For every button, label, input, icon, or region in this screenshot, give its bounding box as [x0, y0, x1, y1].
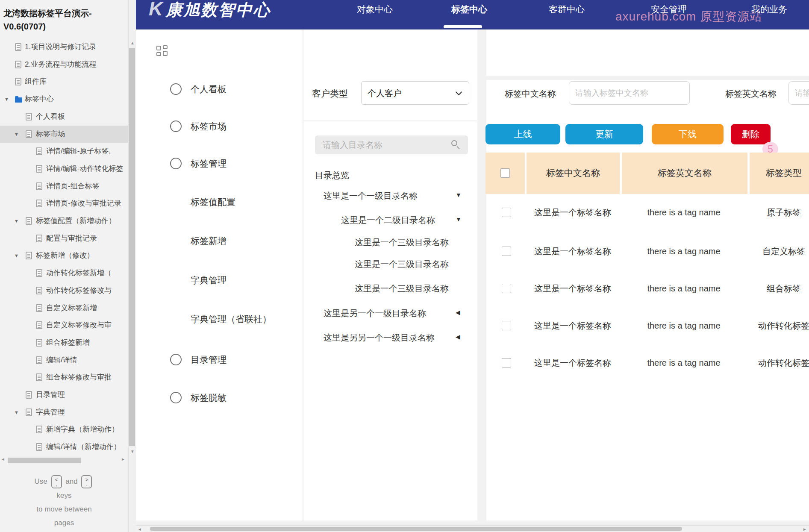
sitemap-item[interactable]: 详情/编辑-原子标签,: [0, 143, 128, 160]
menu-item-label[interactable]: 字典管理: [191, 274, 227, 286]
node-expanded-icon[interactable]: ▼: [456, 216, 462, 223]
sitemap-item[interactable]: 1.项目说明与修订记录: [0, 38, 128, 56]
sitemap-item[interactable]: 组合标签新增: [0, 334, 128, 351]
row-checkbox[interactable]: [502, 247, 511, 256]
sitemap-item[interactable]: 编辑/详情: [0, 352, 128, 369]
tag-en-name-cell: there is a tag name: [647, 321, 720, 331]
directory-search-input[interactable]: [315, 135, 468, 154]
directory-node[interactable]: 这里是另另一个一级目录名称: [324, 332, 435, 344]
node-collapsed-icon[interactable]: ◀: [456, 309, 460, 316]
page-icon: [26, 217, 32, 225]
sitemap-item-label: 动作转化标签新增（: [46, 265, 112, 282]
sitemap-item[interactable]: 编辑/详情（新增动作）: [0, 438, 128, 456]
row-checkbox[interactable]: [502, 208, 511, 217]
scroll-right-icon[interactable]: ►: [121, 457, 125, 461]
select-all-checkbox[interactable]: [500, 168, 510, 178]
main-hscroll-thumb[interactable]: [150, 527, 682, 531]
sitemap-item-label: 标签新增（修改）: [36, 247, 94, 264]
nav-item-1[interactable]: 对象中心: [357, 0, 393, 22]
nav-item-3[interactable]: 客群中心: [549, 0, 585, 22]
customer-type-select[interactable]: 个人客户: [361, 81, 469, 105]
tree-collapse-icon[interactable]: ▼: [14, 404, 19, 421]
tree-collapse-icon[interactable]: ▼: [14, 247, 19, 264]
row-checkbox[interactable]: [502, 284, 511, 293]
sitemap-item[interactable]: 自定义标签新增: [0, 300, 128, 317]
sitemap-item[interactable]: 详情/编辑-动作转化标签: [0, 160, 128, 177]
menu-item-label[interactable]: 字典管理（省联社）: [191, 313, 271, 325]
menu-item-label[interactable]: 标签值配置: [191, 196, 235, 208]
sitemap-item-label: 个人看板: [36, 108, 65, 125]
sitemap-item[interactable]: 组件库: [0, 73, 128, 90]
scroll-up-icon[interactable]: ▲: [130, 41, 135, 45]
customer-type-label: 客户类型: [312, 88, 348, 100]
right-top-strip: [486, 29, 809, 76]
sitemap-item[interactable]: 个人看板: [0, 108, 128, 125]
sitemap-item[interactable]: 动作转化标签修改与: [0, 282, 128, 299]
directory-node[interactable]: 这里是一个三级目录名称: [355, 283, 449, 294]
scroll-left-icon[interactable]: ◄: [1, 457, 5, 461]
directory-node[interactable]: 这里是一个一级目录名称: [324, 190, 418, 202]
online-button[interactable]: 上线: [485, 124, 560, 144]
directory-node[interactable]: 这里是另一个一级目录名称: [324, 308, 426, 319]
scroll-down-icon[interactable]: ▼: [130, 450, 135, 454]
page-icon: [15, 43, 21, 51]
menu-radio-1[interactable]: [170, 83, 182, 95]
tree-collapse-icon[interactable]: ▼: [14, 126, 19, 143]
sitemap-item[interactable]: 组合标签修改与审批: [0, 369, 128, 386]
menu-radio-9[interactable]: [170, 392, 182, 403]
sitemap-item[interactable]: ▼标签市场: [0, 126, 128, 143]
page-icon: [36, 182, 42, 190]
sitemap-item[interactable]: 详情页-修改与审批记录: [0, 195, 128, 212]
menu-item-label[interactable]: 目录管理: [191, 354, 227, 365]
directory-node[interactable]: 这里是一个三级目录名称: [355, 259, 449, 270]
tag-en-name-input[interactable]: [788, 81, 809, 105]
sitemap-item[interactable]: 新增字典（新增动作）: [0, 421, 128, 438]
sitemap-item[interactable]: 2.业务流程与功能流程: [0, 56, 128, 73]
sitemap-item[interactable]: 动作转化标签新增（: [0, 265, 128, 282]
row-checkbox[interactable]: [502, 358, 511, 367]
node-expanded-icon[interactable]: ▼: [456, 191, 462, 198]
tag-cn-name-input[interactable]: [569, 81, 690, 105]
search-icon[interactable]: [451, 140, 457, 146]
menu-radio-2[interactable]: [170, 121, 182, 132]
scroll-right-icon[interactable]: ►: [803, 527, 807, 532]
sitemap-vscroll-thumb[interactable]: [129, 48, 135, 446]
select-all-header-cell: [485, 153, 525, 194]
menu-item-label[interactable]: 个人看板: [191, 83, 227, 95]
watermark-text: axurehub.com 原型资源站: [615, 9, 808, 25]
scroll-left-icon[interactable]: ◄: [138, 527, 142, 532]
sitemap-hscroll-thumb[interactable]: [8, 458, 81, 463]
top-navbar: K 康旭数智中心 对象中心标签中心客群中心安全管理我的业务 axurehub.c…: [136, 0, 809, 29]
delete-button[interactable]: 删除: [731, 124, 771, 144]
tree-collapse-icon[interactable]: ▼: [14, 212, 19, 229]
update-button[interactable]: 更新: [565, 124, 643, 144]
sitemap-item[interactable]: 配置与审批记录: [0, 230, 128, 247]
table-header-label: 标签中文名称: [527, 167, 620, 179]
nav-item-2[interactable]: 标签中心: [451, 0, 487, 22]
menu-item-label[interactable]: 标签新增: [191, 235, 227, 247]
period-key-icon: >.: [81, 475, 92, 488]
offline-button[interactable]: 下线: [652, 124, 724, 144]
directory-node[interactable]: 这里是一个二级目录名称: [341, 215, 435, 226]
dashboard-grid-icon[interactable]: [156, 45, 168, 57]
sitemap-item[interactable]: ▼字典管理: [0, 404, 128, 421]
menu-radio-8[interactable]: [170, 354, 182, 365]
page-icon: [36, 356, 42, 364]
node-collapsed-icon[interactable]: ◀: [456, 333, 460, 340]
menu-radio-3[interactable]: [170, 158, 182, 169]
sitemap-item[interactable]: ▼标签新增（修改）: [0, 247, 128, 264]
sitemap-item[interactable]: 详情页-组合标签: [0, 178, 128, 195]
tag-cn-name-cell: 这里是一个标签名称: [534, 246, 611, 257]
sitemap-item[interactable]: ▼标签值配置（新增动作）: [0, 212, 128, 229]
directory-node[interactable]: 这里是一个三级目录名称: [355, 237, 449, 248]
sitemap-item[interactable]: ▼标签中心: [0, 91, 128, 108]
menu-item-label[interactable]: 标签管理: [191, 158, 227, 169]
page-icon: [36, 426, 42, 433]
menu-item-label[interactable]: 标签脱敏: [191, 392, 227, 403]
row-checkbox[interactable]: [502, 321, 511, 330]
sitemap-item[interactable]: 自定义标签修改与审: [0, 317, 128, 334]
tree-collapse-icon[interactable]: ▼: [4, 91, 9, 108]
sitemap-item[interactable]: 目录管理: [0, 386, 128, 403]
menu-item-label[interactable]: 标签市场: [191, 121, 227, 132]
footer-use-text: Use: [35, 477, 47, 485]
